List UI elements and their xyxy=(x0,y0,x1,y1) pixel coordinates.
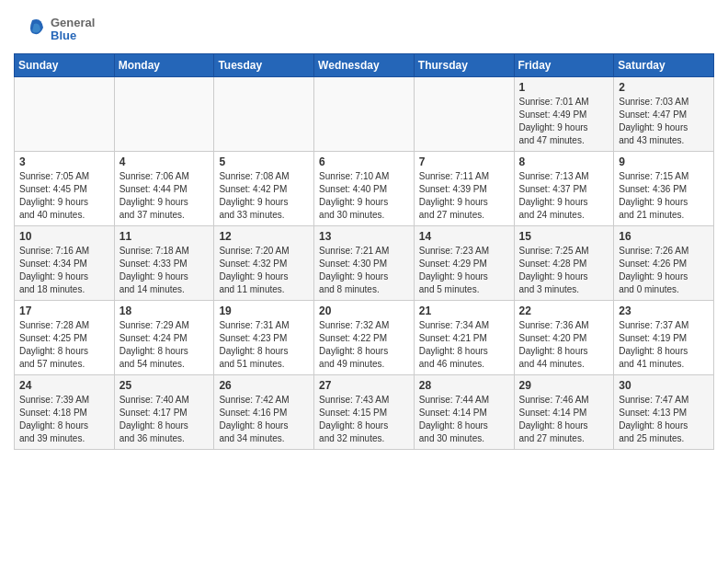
day-number: 21 xyxy=(419,304,509,317)
day-info: Sunrise: 7:26 AM Sunset: 4:26 PM Dayligh… xyxy=(619,245,709,296)
day-info: Sunrise: 7:36 AM Sunset: 4:20 PM Dayligh… xyxy=(519,319,609,371)
day-number: 2 xyxy=(619,81,709,94)
day-info: Sunrise: 7:37 AM Sunset: 4:19 PM Dayligh… xyxy=(619,319,709,371)
day-info: Sunrise: 7:44 AM Sunset: 4:14 PM Dayligh… xyxy=(419,394,509,445)
day-cell: 28Sunrise: 7:44 AM Sunset: 4:14 PM Dayli… xyxy=(414,375,514,450)
day-number: 19 xyxy=(219,304,309,317)
day-info: Sunrise: 7:03 AM Sunset: 4:47 PM Dayligh… xyxy=(619,96,709,147)
day-info: Sunrise: 7:11 AM Sunset: 4:39 PM Dayligh… xyxy=(419,170,509,222)
day-info: Sunrise: 7:05 AM Sunset: 4:45 PM Dayligh… xyxy=(19,170,109,222)
day-cell: 20Sunrise: 7:32 AM Sunset: 4:22 PM Dayli… xyxy=(314,301,415,375)
day-cell: 30Sunrise: 7:47 AM Sunset: 4:13 PM Dayli… xyxy=(614,375,714,450)
day-cell: 27Sunrise: 7:43 AM Sunset: 4:15 PM Dayli… xyxy=(314,375,415,450)
weekday-header-tuesday: Tuesday xyxy=(214,54,314,77)
day-cell: 7Sunrise: 7:11 AM Sunset: 4:39 PM Daylig… xyxy=(414,152,514,226)
day-cell xyxy=(214,77,314,152)
day-number: 14 xyxy=(419,230,509,243)
day-cell: 5Sunrise: 7:08 AM Sunset: 4:42 PM Daylig… xyxy=(214,152,314,226)
day-cell xyxy=(114,77,214,152)
day-cell: 1Sunrise: 7:01 AM Sunset: 4:49 PM Daylig… xyxy=(514,77,614,152)
weekday-header-wednesday: Wednesday xyxy=(314,54,415,77)
day-number: 10 xyxy=(19,230,109,243)
weekday-header-sunday: Sunday xyxy=(15,54,115,77)
day-number: 3 xyxy=(19,155,109,168)
day-cell: 29Sunrise: 7:46 AM Sunset: 4:14 PM Dayli… xyxy=(514,375,614,450)
day-number: 20 xyxy=(319,304,409,317)
day-cell: 17Sunrise: 7:28 AM Sunset: 4:25 PM Dayli… xyxy=(15,301,115,375)
day-number: 5 xyxy=(219,155,309,168)
day-info: Sunrise: 7:01 AM Sunset: 4:49 PM Dayligh… xyxy=(519,96,609,147)
week-row-3: 10Sunrise: 7:16 AM Sunset: 4:34 PM Dayli… xyxy=(15,226,714,301)
weekday-header-row: SundayMondayTuesdayWednesdayThursdayFrid… xyxy=(15,54,714,77)
weekday-header-saturday: Saturday xyxy=(614,54,714,77)
day-cell: 9Sunrise: 7:15 AM Sunset: 4:36 PM Daylig… xyxy=(614,152,714,226)
day-cell: 11Sunrise: 7:18 AM Sunset: 4:33 PM Dayli… xyxy=(114,226,214,301)
day-info: Sunrise: 7:25 AM Sunset: 4:28 PM Dayligh… xyxy=(519,245,609,296)
day-cell: 24Sunrise: 7:39 AM Sunset: 4:18 PM Dayli… xyxy=(15,375,115,450)
week-row-4: 17Sunrise: 7:28 AM Sunset: 4:25 PM Dayli… xyxy=(15,301,714,375)
day-number: 16 xyxy=(619,230,709,243)
day-number: 6 xyxy=(319,155,409,168)
day-info: Sunrise: 7:40 AM Sunset: 4:17 PM Dayligh… xyxy=(119,394,210,445)
day-number: 1 xyxy=(519,81,609,94)
week-row-2: 3Sunrise: 7:05 AM Sunset: 4:45 PM Daylig… xyxy=(15,152,714,226)
weekday-header-monday: Monday xyxy=(114,54,214,77)
day-info: Sunrise: 7:31 AM Sunset: 4:23 PM Dayligh… xyxy=(219,319,309,371)
day-number: 22 xyxy=(519,304,609,317)
day-number: 25 xyxy=(119,379,210,392)
day-cell: 2Sunrise: 7:03 AM Sunset: 4:47 PM Daylig… xyxy=(614,77,714,152)
weekday-header-thursday: Thursday xyxy=(414,54,514,77)
day-info: Sunrise: 7:21 AM Sunset: 4:30 PM Dayligh… xyxy=(319,245,409,296)
logo-general: General xyxy=(51,17,95,29)
day-info: Sunrise: 7:29 AM Sunset: 4:24 PM Dayligh… xyxy=(119,319,210,371)
day-cell: 23Sunrise: 7:37 AM Sunset: 4:19 PM Dayli… xyxy=(614,301,714,375)
logo-blue: Blue xyxy=(51,29,95,42)
day-cell: 18Sunrise: 7:29 AM Sunset: 4:24 PM Dayli… xyxy=(114,301,214,375)
day-number: 18 xyxy=(119,304,210,317)
day-cell: 25Sunrise: 7:40 AM Sunset: 4:17 PM Dayli… xyxy=(114,375,214,450)
day-info: Sunrise: 7:34 AM Sunset: 4:21 PM Dayligh… xyxy=(419,319,509,371)
day-cell: 26Sunrise: 7:42 AM Sunset: 4:16 PM Dayli… xyxy=(214,375,314,450)
day-cell: 12Sunrise: 7:20 AM Sunset: 4:32 PM Dayli… xyxy=(214,226,314,301)
day-number: 4 xyxy=(119,155,210,168)
day-cell xyxy=(314,77,415,152)
day-info: Sunrise: 7:23 AM Sunset: 4:29 PM Dayligh… xyxy=(419,245,509,296)
day-number: 23 xyxy=(619,304,709,317)
day-number: 27 xyxy=(319,379,409,392)
weekday-header-friday: Friday xyxy=(514,54,614,77)
day-number: 15 xyxy=(519,230,609,243)
day-number: 13 xyxy=(319,230,409,243)
day-info: Sunrise: 7:28 AM Sunset: 4:25 PM Dayligh… xyxy=(19,319,109,371)
header: General Blue xyxy=(14,9,714,46)
day-cell xyxy=(414,77,514,152)
day-cell: 4Sunrise: 7:06 AM Sunset: 4:44 PM Daylig… xyxy=(114,152,214,226)
day-number: 24 xyxy=(19,379,109,392)
day-cell: 22Sunrise: 7:36 AM Sunset: 4:20 PM Dayli… xyxy=(514,301,614,375)
day-info: Sunrise: 7:08 AM Sunset: 4:42 PM Dayligh… xyxy=(219,170,309,222)
day-info: Sunrise: 7:18 AM Sunset: 4:33 PM Dayligh… xyxy=(119,245,210,296)
day-info: Sunrise: 7:15 AM Sunset: 4:36 PM Dayligh… xyxy=(619,170,709,222)
day-number: 28 xyxy=(419,379,509,392)
day-info: Sunrise: 7:43 AM Sunset: 4:15 PM Dayligh… xyxy=(319,394,409,445)
day-number: 29 xyxy=(519,379,609,392)
day-number: 30 xyxy=(619,379,709,392)
day-info: Sunrise: 7:20 AM Sunset: 4:32 PM Dayligh… xyxy=(219,245,309,296)
day-cell: 19Sunrise: 7:31 AM Sunset: 4:23 PM Dayli… xyxy=(214,301,314,375)
day-number: 26 xyxy=(219,379,309,392)
day-number: 7 xyxy=(419,155,509,168)
day-number: 8 xyxy=(519,155,609,168)
day-cell: 8Sunrise: 7:13 AM Sunset: 4:37 PM Daylig… xyxy=(514,152,614,226)
day-info: Sunrise: 7:42 AM Sunset: 4:16 PM Dayligh… xyxy=(219,394,309,445)
day-cell: 6Sunrise: 7:10 AM Sunset: 4:40 PM Daylig… xyxy=(314,152,415,226)
week-row-1: 1Sunrise: 7:01 AM Sunset: 4:49 PM Daylig… xyxy=(15,77,714,152)
day-info: Sunrise: 7:06 AM Sunset: 4:44 PM Dayligh… xyxy=(119,170,210,222)
day-cell: 13Sunrise: 7:21 AM Sunset: 4:30 PM Dayli… xyxy=(314,226,415,301)
day-number: 9 xyxy=(619,155,709,168)
day-cell: 3Sunrise: 7:05 AM Sunset: 4:45 PM Daylig… xyxy=(15,152,115,226)
day-info: Sunrise: 7:13 AM Sunset: 4:37 PM Dayligh… xyxy=(519,170,609,222)
day-cell xyxy=(15,77,115,152)
day-cell: 16Sunrise: 7:26 AM Sunset: 4:26 PM Dayli… xyxy=(614,226,714,301)
day-info: Sunrise: 7:46 AM Sunset: 4:14 PM Dayligh… xyxy=(519,394,609,445)
logo: General Blue xyxy=(14,13,95,46)
day-cell: 10Sunrise: 7:16 AM Sunset: 4:34 PM Dayli… xyxy=(15,226,115,301)
